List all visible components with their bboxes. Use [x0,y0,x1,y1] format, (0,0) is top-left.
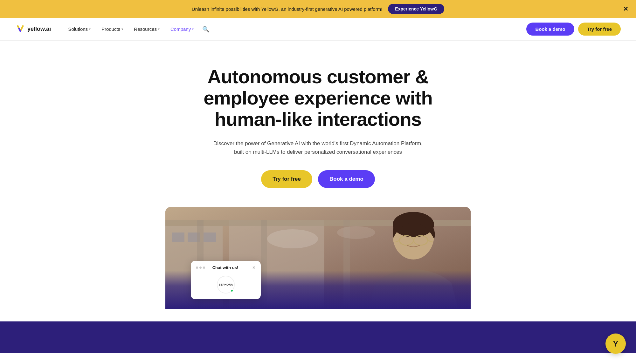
hero-try-free-button[interactable]: Try for free [261,170,312,188]
hero-buttons: Try for free Book a demo [261,170,375,188]
nav-products-label: Products [101,26,120,32]
online-indicator [230,289,233,292]
svg-rect-4 [204,233,216,242]
nav-links: Solutions ▾ Products ▾ Resources ▾ Compa… [64,24,526,35]
chat-widget[interactable]: Chat with us! — ✕ SEPHORA [191,261,261,299]
brand-name: SEPHORA [219,283,233,286]
hero-title: Autonomous customer & employee experienc… [188,66,448,130]
resources-chevron-icon: ▾ [158,27,160,31]
banner-text: Unleash infinite possibilities with Yell… [192,6,382,12]
hero-image-section: Chat with us! — ✕ SEPHORA [140,207,496,309]
chat-actions: — ✕ [245,265,256,270]
top-banner: Unleash infinite possibilities with Yell… [0,0,636,18]
nav-resources[interactable]: Resources ▾ [129,24,164,34]
purple-bottom-section [0,321,636,353]
search-button[interactable]: 🔍 [200,24,211,35]
experience-yellowg-button[interactable]: Experience YellowG [388,4,444,14]
navbar: yellow.ai Solutions ▾ Products ▾ Resourc… [0,18,636,41]
hero-section: Autonomous customer & employee experienc… [127,41,509,321]
chat-dot-1 [196,266,198,269]
nav-actions: Book a demo Try for free [526,23,621,36]
floating-chat-icon: Y [613,339,618,349]
banner-close-button[interactable]: ✕ [623,6,628,12]
logo-text: yellow.ai [27,26,51,32]
floating-chat-button[interactable]: Y [605,334,626,353]
hero-subtitle: Discover the power of Generative AI with… [213,139,423,156]
chat-header: Chat with us! — ✕ [196,265,256,270]
chat-dot-3 [203,266,205,269]
nav-solutions[interactable]: Solutions ▾ [64,24,95,34]
book-demo-button[interactable]: Book a demo [526,23,574,36]
nav-company[interactable]: Company ▾ [166,24,198,34]
chat-dots [196,266,205,269]
hero-book-demo-button[interactable]: Book a demo [318,170,375,188]
nav-products[interactable]: Products ▾ [97,24,128,34]
svg-rect-2 [172,233,184,242]
logo-link[interactable]: yellow.ai [15,24,51,34]
svg-point-18 [267,229,318,248]
chat-close-button[interactable]: ✕ [252,265,256,270]
brand-avatar: SEPHORA [217,276,235,293]
company-chevron-icon: ▾ [192,27,194,31]
search-icon: 🔍 [202,26,209,33]
solutions-chevron-icon: ▾ [89,27,91,31]
chat-avatar-area: SEPHORA [196,273,256,295]
try-for-free-nav-button[interactable]: Try for free [578,23,621,36]
chat-dot-2 [199,266,202,269]
nav-company-label: Company [170,26,191,32]
logo-icon [15,24,25,34]
hero-image: Chat with us! — ✕ SEPHORA [165,207,471,309]
svg-point-19 [337,226,375,239]
nav-solutions-label: Solutions [68,26,88,32]
products-chevron-icon: ▾ [121,27,123,31]
chat-minimize-button[interactable]: — [245,265,250,270]
nav-resources-label: Resources [134,26,157,32]
chat-title: Chat with us! [212,265,238,270]
